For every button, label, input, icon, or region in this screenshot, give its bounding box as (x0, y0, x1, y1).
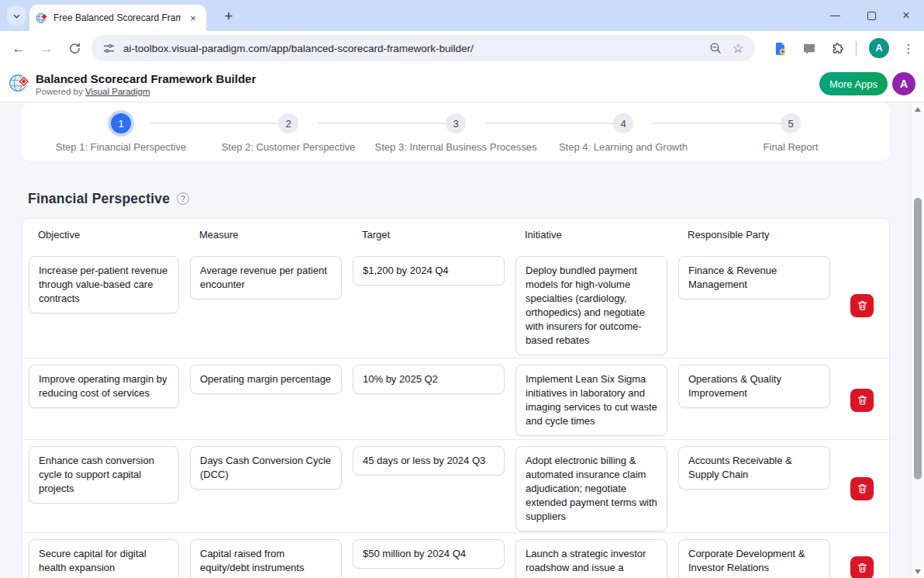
table-row: Increase per-patient revenue through val… (22, 250, 889, 358)
col-header-initiative: Initiative (515, 229, 667, 241)
target-input[interactable]: $1,200 by 2024 Q4 (353, 256, 505, 286)
browser-toolbar: ← → ai-toolbox.visual-paradigm.com/app/b… (0, 31, 924, 66)
objective-input[interactable]: Enhance cash conversion cycle to support… (29, 446, 179, 504)
window-minimize-button[interactable] (817, 0, 853, 31)
trash-icon (857, 562, 868, 573)
step-3-dot[interactable]: 3 (446, 113, 466, 133)
target-input[interactable]: $50 million by 2024 Q4 (353, 539, 505, 569)
step-1-financial[interactable]: 1 Step 1: Financial Perspective (37, 113, 205, 161)
step-5-dot[interactable]: 5 (781, 113, 801, 133)
col-header-measure: Measure (190, 229, 342, 241)
reload-button[interactable] (64, 38, 85, 60)
delete-row-button[interactable] (850, 294, 874, 317)
scroll-up-icon[interactable] (915, 107, 921, 112)
address-bar[interactable]: ai-toolbox.visual-paradigm.com/app/balan… (91, 35, 755, 61)
window-close-button[interactable]: × (888, 0, 924, 31)
forward-button: → (36, 38, 57, 60)
bookmark-star-icon[interactable]: ☆ (730, 40, 746, 56)
step-5-label: Final Report (764, 141, 819, 153)
col-header-objective: Objective (29, 229, 179, 241)
objective-input[interactable]: Secure capital for digital health expans… (29, 539, 179, 578)
user-avatar[interactable]: A (892, 72, 915, 95)
visual-paradigm-link[interactable]: Visual Paradigm (85, 87, 150, 96)
step-4-learning[interactable]: 4 Step 4: Learning and Growth (540, 113, 707, 161)
responsible-input[interactable]: Corporate Development & Investor Relatio… (678, 539, 830, 578)
delete-row-button[interactable] (850, 389, 874, 412)
step-5-report[interactable]: 5 Final Report (707, 113, 874, 161)
responsible-input[interactable]: Finance & Revenue Management (678, 256, 830, 299)
trash-icon (857, 483, 868, 494)
responsible-input[interactable]: Operations & Quality Improvement (678, 365, 830, 408)
initiative-input[interactable]: Adopt electronic billing & automated ins… (515, 446, 667, 531)
toolbar-separator (856, 41, 857, 56)
target-input[interactable]: 10% by 2025 Q2 (353, 365, 505, 394)
browser-profile-avatar[interactable]: A (869, 38, 889, 58)
col-header-responsible: Responsible Party (678, 229, 830, 241)
scroll-down-icon[interactable] (915, 569, 921, 574)
measure-input[interactable]: Operating margin percentage (190, 365, 342, 394)
app-title: Balanced Scorecard Framework Builder (36, 72, 256, 85)
measure-input[interactable]: Days Cash Conversion Cycle (DCC) (190, 446, 342, 490)
objective-input[interactable]: Increase per-patient revenue through val… (29, 256, 179, 313)
site-settings-icon[interactable] (101, 40, 116, 56)
browser-titlebar: Free Balanced Scorecard Framew × + × (0, 0, 924, 31)
section-header: Financial Perspective ? (28, 189, 911, 208)
step-4-label: Step 4: Learning and Growth (559, 141, 688, 153)
step-2-customer[interactable]: 2 Step 2: Customer Perspective (205, 113, 372, 161)
initiative-input[interactable]: Deploy bundled payment models for high-v… (515, 256, 667, 355)
target-input[interactable]: 45 days or less by 2024 Q3 (353, 446, 505, 476)
page-title: Financial Perspective (28, 191, 170, 207)
back-button[interactable]: ← (8, 38, 29, 60)
chevron-down-icon (12, 11, 22, 21)
step-2-label: Step 2: Customer Perspective (222, 141, 356, 153)
extension-doc-icon[interactable] (771, 40, 790, 58)
site-favicon (36, 12, 48, 24)
visual-paradigm-logo (9, 71, 32, 95)
table-row: Secure capital for digital health expans… (22, 533, 889, 578)
measure-input[interactable]: Capital raised from equity/debt instrume… (190, 539, 342, 578)
page-content: 1 Step 1: Financial Perspective 2 Step 2… (0, 102, 911, 578)
tab-search-button[interactable] (7, 6, 26, 25)
stepper: 1 Step 1: Financial Perspective 2 Step 2… (22, 102, 890, 161)
table-row: Improve operating margin by reducing cos… (22, 358, 889, 440)
scorecard-table: Objective Measure Target Initiative Resp… (22, 218, 890, 578)
extension-chat-icon[interactable] (800, 40, 819, 58)
responsible-input[interactable]: Accounts Receivable & Supply Chain (678, 446, 830, 490)
trash-icon (857, 299, 868, 311)
extensions-puzzle-icon[interactable] (829, 40, 847, 58)
initiative-input[interactable]: Launch a strategic investor roadshow and… (515, 539, 667, 578)
step-2-dot[interactable]: 2 (278, 113, 298, 133)
help-icon[interactable]: ? (177, 192, 189, 205)
step-3-internal[interactable]: 3 Step 3: Internal Business Processes (372, 113, 540, 161)
trash-icon (857, 394, 868, 406)
more-apps-button[interactable]: More Apps (819, 72, 888, 95)
step-4-dot[interactable]: 4 (613, 113, 633, 133)
table-row: Enhance cash conversion cycle to support… (22, 440, 889, 533)
delete-row-button[interactable] (850, 477, 874, 500)
tab-title: Free Balanced Scorecard Framew (53, 12, 181, 23)
minimize-icon (830, 16, 840, 16)
url-text[interactable]: ai-toolbox.visual-paradigm.com/app/balan… (123, 43, 701, 54)
zoom-out-icon[interactable] (708, 40, 723, 56)
browser-tab[interactable]: Free Balanced Scorecard Framew × (29, 5, 206, 31)
table-header-row: Objective Measure Target Initiative Resp… (22, 219, 889, 250)
step-1-dot[interactable]: 1 (111, 113, 131, 133)
objective-input[interactable]: Improve operating margin by reducing cos… (29, 365, 179, 408)
col-header-target: Target (353, 229, 505, 241)
maximize-icon (867, 12, 876, 20)
delete-row-button[interactable] (850, 556, 874, 578)
new-tab-button[interactable]: + (219, 6, 239, 26)
browser-menu-icon[interactable]: ⋮ (899, 40, 918, 58)
window-maximize-button[interactable] (853, 0, 889, 31)
measure-input[interactable]: Average revenue per patient encounter (190, 256, 342, 299)
initiative-input[interactable]: Implement Lean Six Sigma initiatives in … (515, 365, 667, 436)
step-1-label: Step 1: Financial Perspective (56, 141, 186, 153)
vertical-scrollbar[interactable] (911, 102, 924, 578)
powered-by: Powered by Visual Paradigm (36, 87, 150, 96)
step-3-label: Step 3: Internal Business Processes (375, 141, 537, 153)
scrollbar-thumb[interactable] (914, 198, 922, 479)
tab-close-icon[interactable]: × (186, 11, 200, 25)
